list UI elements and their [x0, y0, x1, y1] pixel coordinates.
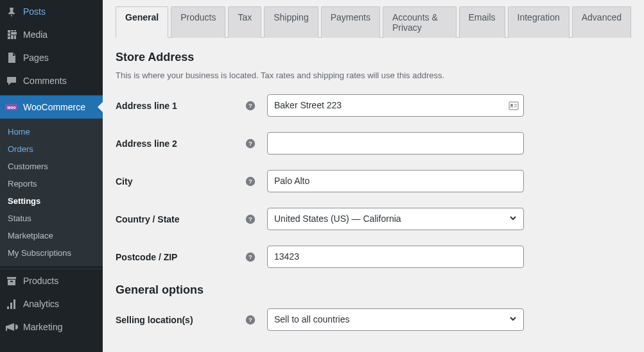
- contact-card-icon: [509, 101, 519, 111]
- tab-accounts[interactable]: Accounts & Privacy: [383, 6, 457, 38]
- sidebar-item-label: Marketing: [23, 321, 62, 333]
- country-select[interactable]: United States (US) — California: [267, 208, 524, 230]
- row-postcode: Postcode / ZIP ?: [116, 246, 631, 268]
- sidebar-item-label: WooCommerce: [23, 101, 85, 113]
- svg-text:?: ?: [248, 140, 252, 147]
- tab-integration[interactable]: Integration: [508, 6, 570, 38]
- chevron-down-icon: [509, 212, 517, 226]
- tab-emails[interactable]: Emails: [459, 6, 505, 38]
- tab-products[interactable]: Products: [171, 6, 225, 38]
- label-address2: Address line 2: [116, 138, 244, 149]
- sidebar-item-marketing[interactable]: Marketing: [0, 315, 103, 339]
- media-icon: [5, 28, 18, 41]
- help-icon[interactable]: ?: [244, 99, 257, 112]
- sidebar-item-label: Analytics: [23, 298, 59, 310]
- svg-text:?: ?: [248, 215, 252, 222]
- postcode-input[interactable]: [267, 246, 524, 268]
- admin-sidebar: Posts Media Pages Comments woo WooCommer…: [0, 0, 103, 352]
- address2-input[interactable]: [267, 132, 524, 155]
- row-address2: Address line 2 ?: [116, 132, 631, 155]
- tab-general[interactable]: General: [116, 6, 168, 38]
- sidebar-item-label: Media: [23, 29, 48, 40]
- sidebar-item-woocommerce[interactable]: woo WooCommerce: [0, 96, 103, 119]
- woocommerce-submenu: Home Orders Customers Reports Settings S…: [0, 119, 103, 266]
- submenu-item-settings[interactable]: Settings: [0, 192, 103, 210]
- archive-icon: [5, 274, 18, 287]
- sidebar-item-label: Pages: [23, 52, 49, 63]
- sidebar-item-label: Comments: [23, 75, 67, 87]
- submenu-item-marketplace[interactable]: Marketplace: [0, 227, 103, 244]
- tab-payments[interactable]: Payments: [321, 6, 380, 38]
- tab-shipping[interactable]: Shipping: [264, 6, 318, 38]
- svg-text:?: ?: [248, 102, 252, 109]
- label-country: Country / State: [116, 214, 244, 224]
- tab-advanced[interactable]: Advanced: [572, 6, 631, 38]
- help-icon[interactable]: ?: [244, 314, 257, 326]
- label-postcode: Postcode / ZIP: [116, 252, 244, 262]
- svg-text:?: ?: [248, 253, 252, 260]
- tab-tax[interactable]: Tax: [228, 6, 261, 38]
- section-heading-store: Store Address: [116, 51, 631, 64]
- label-selling: Selling location(s): [116, 315, 244, 325]
- pin-icon: [5, 5, 18, 18]
- row-address1: Address line 1 ?: [116, 94, 631, 117]
- svg-text:?: ?: [248, 316, 252, 323]
- city-input[interactable]: [267, 170, 524, 192]
- svg-text:?: ?: [248, 178, 252, 185]
- sidebar-item-products[interactable]: Products: [0, 269, 103, 292]
- sidebar-item-comments[interactable]: Comments: [0, 69, 103, 92]
- woo-icon: woo: [5, 101, 18, 113]
- submenu-item-reports[interactable]: Reports: [0, 175, 103, 192]
- sidebar-item-media[interactable]: Media: [0, 23, 103, 46]
- svg-text:woo: woo: [6, 105, 15, 110]
- help-icon[interactable]: ?: [244, 213, 257, 226]
- help-icon[interactable]: ?: [244, 251, 257, 264]
- sidebar-item-label: Products: [23, 275, 58, 287]
- sidebar-item-pages[interactable]: Pages: [0, 46, 103, 69]
- section-description: This is where your business is located. …: [116, 71, 631, 80]
- submenu-item-home[interactable]: Home: [0, 123, 103, 140]
- submenu-item-subscriptions[interactable]: My Subscriptions: [0, 244, 103, 262]
- settings-tabs: General Products Tax Shipping Payments A…: [116, 0, 631, 38]
- selling-select-value: Sell to all countries: [274, 313, 350, 326]
- address1-input[interactable]: [267, 94, 524, 117]
- svg-rect-4: [509, 102, 518, 110]
- sidebar-item-posts[interactable]: Posts: [0, 0, 103, 23]
- label-city: City: [116, 176, 244, 187]
- sidebar-item-analytics[interactable]: Analytics: [0, 292, 103, 315]
- help-icon[interactable]: ?: [244, 175, 257, 188]
- sidebar-item-label: Posts: [23, 6, 46, 17]
- chevron-down-icon: [509, 313, 517, 326]
- country-select-value: United States (US) — California: [274, 212, 401, 226]
- help-icon[interactable]: ?: [244, 137, 257, 150]
- submenu-item-orders[interactable]: Orders: [0, 140, 103, 158]
- main-content: General Products Tax Shipping Payments A…: [103, 0, 644, 352]
- label-address1: Address line 1: [116, 101, 244, 111]
- page-icon: [5, 51, 18, 64]
- comment-icon: [5, 74, 18, 87]
- row-selling: Selling location(s) ? Sell to all countr…: [116, 308, 631, 331]
- chart-icon: [5, 298, 18, 310]
- submenu-item-status[interactable]: Status: [0, 210, 103, 227]
- svg-point-5: [511, 104, 513, 106]
- row-city: City ?: [116, 170, 631, 192]
- submenu-item-customers[interactable]: Customers: [0, 158, 103, 175]
- megaphone-icon: [5, 321, 18, 333]
- selling-select[interactable]: Sell to all countries: [267, 308, 524, 331]
- section-heading-general: General options: [116, 283, 631, 297]
- row-country: Country / State ? United States (US) — C…: [116, 208, 631, 230]
